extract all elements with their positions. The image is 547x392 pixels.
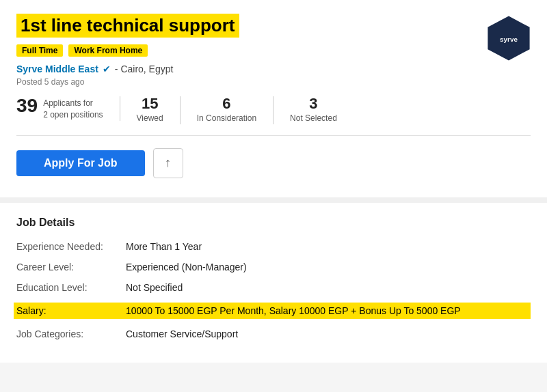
not-selected-stat: 3 Not Selected [274, 96, 353, 124]
detail-row: Education Level:Not Specified [16, 282, 531, 293]
job-details-title: Job Details [16, 216, 531, 229]
tags-row: Full Time Work From Home [16, 44, 531, 57]
in-consideration-stat: 6 In Consideration [181, 96, 274, 124]
company-row: Syrve Middle East ✔ - Cairo, Egypt [16, 64, 531, 74]
tag-work-from-home: Work From Home [68, 44, 148, 57]
applicants-count: 39 [16, 96, 38, 115]
detail-label: Education Level: [16, 282, 126, 293]
job-title: 1st line technical support [16, 14, 239, 38]
job-details-section: Job Details Experience Needed:More Than … [0, 203, 547, 363]
in-consideration-label: In Consideration [197, 111, 256, 124]
share-icon: ↑ [165, 156, 171, 170]
detail-label: Salary: [16, 305, 126, 316]
company-name[interactable]: Syrve Middle East [16, 64, 98, 74]
not-selected-label: Not Selected [290, 111, 337, 124]
not-selected-count: 3 [290, 96, 337, 111]
viewed-stat: 15 Viewed [120, 96, 181, 124]
applicants-label: Applicants for 2 open positions [43, 96, 103, 121]
detail-value: Experienced (Non-Manager) [126, 262, 531, 272]
detail-row: Career Level:Experienced (Non-Manager) [16, 262, 531, 272]
top-section: syrve 1st line technical support Full Ti… [0, 0, 547, 197]
detail-row: Job Categories:Customer Service/Support [16, 328, 531, 339]
share-button[interactable]: ↑ [153, 148, 183, 178]
detail-row: Experience Needed:More Than 1 Year [16, 241, 531, 252]
viewed-label: Viewed [137, 111, 163, 124]
detail-label: Experience Needed: [16, 241, 126, 252]
detail-row: Salary:10000 To 15000 EGP Per Month, Sal… [14, 303, 531, 319]
company-logo: syrve [484, 14, 533, 66]
viewed-count: 15 [137, 96, 163, 111]
company-location: - Cairo, Egypt [115, 64, 174, 74]
logo-text: syrve [500, 36, 518, 43]
verified-icon: ✔ [103, 64, 111, 74]
stats-row: 39 Applicants for 2 open positions 15 Vi… [16, 96, 531, 136]
tag-full-time: Full Time [16, 44, 63, 57]
detail-value: Not Specified [126, 282, 531, 293]
detail-value: Customer Service/Support [126, 328, 531, 339]
section-divider [0, 197, 547, 203]
apply-for-job-button[interactable]: Apply For Job [16, 150, 145, 176]
detail-label: Career Level: [16, 262, 126, 272]
detail-label: Job Categories: [16, 328, 126, 339]
posted-date: Posted 5 days ago [16, 77, 531, 87]
details-container: Experience Needed:More Than 1 YearCareer… [16, 241, 531, 339]
detail-value: More Than 1 Year [126, 241, 531, 252]
in-consideration-count: 6 [197, 96, 256, 111]
actions-row: Apply For Job ↑ [16, 148, 531, 184]
applicants-stat: 39 Applicants for 2 open positions [16, 96, 120, 121]
detail-value: 10000 To 15000 EGP Per Month, Salary 100… [126, 305, 528, 316]
